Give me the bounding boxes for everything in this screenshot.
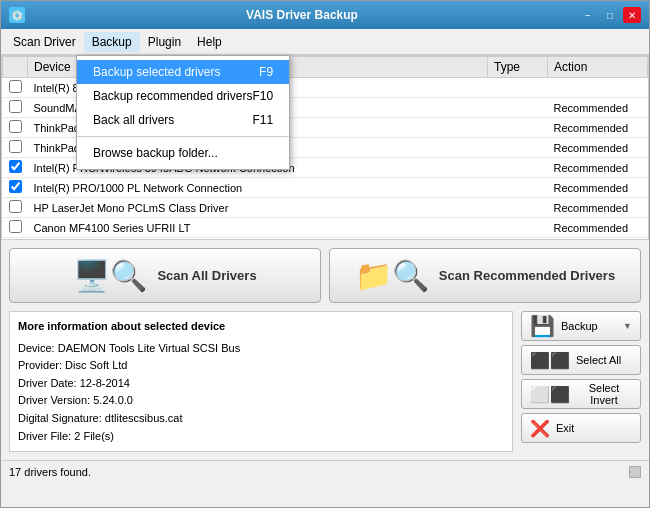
menu-separator — [77, 136, 289, 137]
driver-checkbox[interactable] — [9, 180, 22, 193]
table-row: HP LaserJet Mono PCLmS Class Driver Reco… — [3, 198, 648, 218]
driver-date-label: Driver Date: — [18, 377, 77, 389]
scan-all-button[interactable]: 🖥️🔍 Scan All Drivers — [9, 248, 321, 303]
table-row: Intel(R) PRO/1000 PL Network Connection … — [3, 178, 648, 198]
col-checkbox — [3, 57, 28, 78]
backup-dropdown-menu: Backup selected drivers F9 Backup recomm… — [76, 55, 290, 170]
backup-recommended-drivers-item[interactable]: Backup recommended drivers F10 — [77, 84, 289, 108]
menu-help[interactable]: Help — [189, 32, 230, 52]
driver-file-row: Driver File: 2 File(s) — [18, 428, 504, 446]
device-value: DAEMON Tools Lite Virtual SCSI Bus — [58, 342, 240, 354]
provider-value: Disc Soft Ltd — [65, 359, 127, 371]
device-name-row: Device: DAEMON Tools Lite Virtual SCSI B… — [18, 340, 504, 358]
backup-icon: 💾 — [530, 314, 555, 338]
exit-button[interactable]: ❌ Exit — [521, 413, 641, 443]
digital-sig-label: Digital Signature: — [18, 412, 102, 424]
driver-file-label: Driver File: — [18, 430, 71, 442]
window-title: VAIS Driver Backup — [25, 8, 579, 22]
driver-checkbox[interactable] — [9, 160, 22, 173]
scrollbar-indicator — [629, 466, 641, 478]
device-info-panel: More information about selected device D… — [9, 311, 513, 452]
backup-dropdown-arrow: ▼ — [623, 321, 632, 331]
window-controls: − □ ✕ — [579, 7, 641, 23]
digital-sig-row: Digital Signature: dtlitescsibus.cat — [18, 410, 504, 428]
col-action: Action — [548, 57, 648, 78]
scan-buttons-area: 🖥️🔍 Scan All Drivers 📁🔍 Scan Recommended… — [1, 240, 649, 311]
statusbar: 17 drivers found. — [1, 460, 649, 482]
maximize-button[interactable]: □ — [601, 7, 619, 23]
driver-version-row: Driver Version: 5.24.0.0 — [18, 392, 504, 410]
browse-backup-folder-item[interactable]: Browse backup folder... — [77, 141, 289, 165]
driver-file-value: 2 File(s) — [74, 430, 114, 442]
driver-checkbox[interactable] — [9, 200, 22, 213]
backup-button[interactable]: 💾 Backup ▼ — [521, 311, 641, 341]
info-actions-area: More information about selected device D… — [1, 311, 649, 460]
driver-date-value: 12-8-2014 — [80, 377, 130, 389]
select-invert-icon: ⬜⬛ — [530, 385, 570, 404]
device-label: Device: — [18, 342, 55, 354]
menu-scan-driver[interactable]: Scan Driver — [5, 32, 84, 52]
driver-checkbox[interactable] — [9, 140, 22, 153]
select-invert-button[interactable]: ⬜⬛ Select Invert — [521, 379, 641, 409]
scan-all-icon: 🖥️🔍 — [73, 258, 147, 293]
menu-plugin[interactable]: Plugin — [140, 32, 189, 52]
digital-sig-value: dtlitescsibus.cat — [105, 412, 183, 424]
provider-label: Provider: — [18, 359, 62, 371]
exit-icon: ❌ — [530, 419, 550, 438]
back-all-drivers-item[interactable]: Back all drivers F11 — [77, 108, 289, 132]
select-all-button[interactable]: ⬛⬛ Select All — [521, 345, 641, 375]
provider-row: Provider: Disc Soft Ltd — [18, 357, 504, 375]
driver-version-label: Driver Version: — [18, 394, 90, 406]
main-window: 💿 VAIS Driver Backup − □ ✕ Scan Driver B… — [0, 0, 650, 508]
table-row: Canon MF4100 Series UFRII LT Recommended — [3, 218, 648, 238]
titlebar: 💿 VAIS Driver Backup − □ ✕ — [1, 1, 649, 29]
driver-version-value: 5.24.0.0 — [93, 394, 133, 406]
scan-recommended-icon: 📁🔍 — [355, 258, 429, 293]
app-icon: 💿 — [9, 7, 25, 23]
driver-checkbox[interactable] — [9, 100, 22, 113]
select-all-icon: ⬛⬛ — [530, 351, 570, 370]
close-button[interactable]: ✕ — [623, 7, 641, 23]
scan-recommended-button[interactable]: 📁🔍 Scan Recommended Drivers — [329, 248, 641, 303]
driver-checkbox[interactable] — [9, 80, 22, 93]
driver-date-row: Driver Date: 12-8-2014 — [18, 375, 504, 393]
minimize-button[interactable]: − — [579, 7, 597, 23]
col-type: Type — [488, 57, 548, 78]
device-info-title: More information about selected device — [18, 318, 504, 336]
backup-selected-drivers-item[interactable]: Backup selected drivers F9 — [77, 60, 289, 84]
statusbar-text: 17 drivers found. — [9, 466, 91, 478]
driver-checkbox[interactable] — [9, 120, 22, 133]
driver-checkbox[interactable] — [9, 220, 22, 233]
action-buttons-panel: 💾 Backup ▼ ⬛⬛ Select All ⬜⬛ Select Inver… — [521, 311, 641, 452]
menubar: Scan Driver Backup Plugin Help Backup se… — [1, 29, 649, 55]
menu-backup[interactable]: Backup — [84, 32, 140, 52]
